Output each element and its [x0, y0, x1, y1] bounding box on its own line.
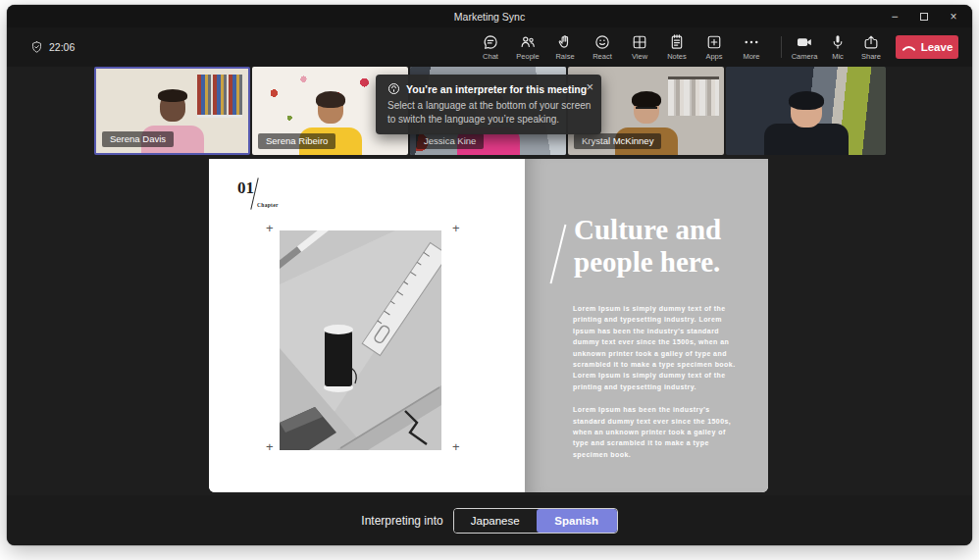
minimize-button[interactable]: − — [880, 5, 909, 27]
shield-check-icon — [30, 40, 43, 54]
crop-mark: + — [266, 442, 274, 452]
mic-label: Mic — [832, 52, 844, 61]
slide-paragraph-2: Lorem Ipsum has been the industry’s stan… — [573, 404, 737, 460]
people-icon — [519, 33, 537, 51]
crop-mark: + — [452, 224, 460, 233]
meeting-toolbar: 22:06 Chat People — [7, 27, 972, 67]
teams-meeting-window: Marketing Sync − × 22:06 Chat — [7, 5, 972, 545]
shared-content-stage: 01 Chapter + + + + — [7, 157, 972, 495]
participant-name-label: Serena Ribeiro — [258, 133, 335, 149]
participant-name-label: Krystal McKinney — [574, 133, 661, 149]
slide-body-text: Lorem Ipsum is simply dummy text of the … — [573, 303, 737, 472]
apps-label: Apps — [705, 52, 722, 61]
apps-button[interactable]: Apps — [696, 27, 733, 67]
notes-icon — [668, 33, 686, 51]
slide-paragraph-1: Lorem Ipsum is simply dummy text of the … — [573, 303, 737, 392]
toolbar-device-controls: Camera Mic Share Leave — [775, 27, 958, 67]
camera-button[interactable]: Camera — [788, 27, 821, 67]
maximize-icon — [920, 13, 928, 21]
interpreting-bar: Interpreting into Japanese Spanish — [7, 495, 972, 545]
interpreting-into-label: Interpreting into — [361, 514, 442, 528]
close-button[interactable]: × — [939, 5, 968, 27]
title-bar: Marketing Sync − × — [7, 5, 972, 27]
chapter-label: Chapter — [257, 202, 279, 208]
raise-hand-icon — [556, 33, 574, 51]
more-button[interactable]: More — [733, 27, 770, 67]
heading-slash-decor — [550, 225, 567, 284]
more-dots-icon — [743, 33, 760, 51]
notes-button[interactable]: Notes — [658, 27, 696, 67]
raise-label: Raise — [555, 52, 574, 61]
language-toggle-group: Japanese Spanish — [453, 508, 618, 534]
meeting-title: Marketing Sync — [454, 11, 525, 23]
banner-header: You’re an interpreter for this meeting — [387, 82, 590, 95]
react-smiley-icon — [593, 33, 611, 51]
share-button[interactable]: Share — [854, 27, 888, 67]
participant-figure — [762, 94, 850, 155]
participant-name-label: Serena Davis — [102, 131, 174, 147]
share-label: Share — [861, 52, 881, 61]
leave-button[interactable]: Leave — [896, 35, 958, 59]
people-button[interactable]: People — [509, 27, 546, 67]
language-option-spanish[interactable]: Spanish — [537, 509, 617, 533]
more-label: More — [743, 52, 759, 61]
leave-label: Leave — [921, 41, 953, 53]
camera-label: Camera — [792, 52, 818, 61]
interpreter-banner: You’re an interpreter for this meeting ×… — [376, 75, 601, 134]
people-label: People — [516, 52, 539, 61]
chapter-number: 01 — [237, 178, 254, 198]
meeting-time-text: 22:06 — [49, 41, 75, 53]
meeting-timer: 22:06 — [30, 27, 75, 67]
chat-icon — [482, 33, 499, 51]
slide-right-page: Culture and people here. Lorem Ipsum is … — [525, 159, 768, 492]
interpreter-icon — [387, 82, 400, 95]
presentation-slide: 01 Chapter + + + + — [209, 159, 768, 492]
participant-tile-unnamed[interactable] — [726, 67, 886, 155]
notes-label: Notes — [667, 52, 687, 61]
view-button[interactable]: View — [621, 27, 658, 67]
participant-name-label: Jessica Kine — [416, 133, 484, 149]
slide-heading-line1: Culture and — [574, 214, 721, 246]
toolbar-separator — [781, 36, 782, 58]
view-label: View — [632, 52, 647, 61]
participant-tile-serena-davis[interactable]: Serena Davis — [94, 67, 250, 155]
slide-left-page: 01 Chapter + + + + — [209, 159, 525, 492]
slide-heading-line2: people here. — [574, 246, 721, 279]
chat-label: Chat — [483, 52, 498, 61]
language-option-japanese[interactable]: Japanese — [454, 509, 537, 533]
window-controls: − × — [880, 5, 968, 27]
toolbar-actions: Chat People Raise — [472, 27, 770, 67]
participant-video — [726, 67, 886, 155]
view-grid-icon — [631, 33, 648, 51]
slide-heading: Culture and people here. — [574, 214, 721, 279]
banner-title: You’re an interpreter for this meeting — [406, 83, 587, 95]
chat-button[interactable]: Chat — [472, 27, 509, 67]
crop-mark: + — [266, 224, 274, 233]
crop-mark: + — [452, 442, 460, 452]
react-label: React — [593, 52, 612, 61]
react-button[interactable]: React — [584, 27, 621, 67]
apps-plus-icon — [705, 33, 723, 51]
banner-body-text: Select a language at the bottom of your … — [387, 99, 592, 126]
slide-photo-sewing-tools — [280, 230, 441, 450]
camera-icon — [796, 33, 813, 51]
mic-icon — [829, 33, 847, 51]
mic-button[interactable]: Mic — [821, 27, 854, 67]
maximize-button[interactable] — [909, 5, 939, 27]
hangup-icon — [902, 42, 916, 52]
banner-close-icon[interactable]: × — [586, 80, 593, 93]
share-icon — [862, 33, 880, 51]
raise-hand-button[interactable]: Raise — [546, 27, 584, 67]
